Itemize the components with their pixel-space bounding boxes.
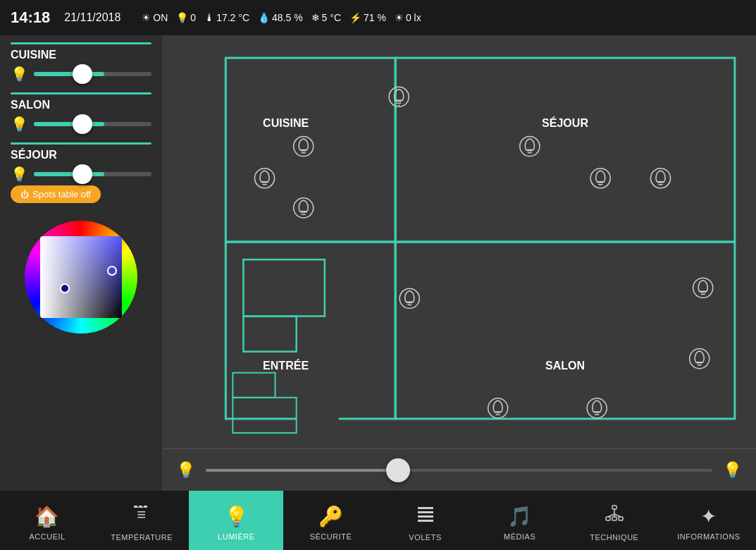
color-cursor-top xyxy=(107,266,117,276)
svg-text:SALON: SALON xyxy=(545,359,585,372)
nav-volets[interactable]: VOLETS xyxy=(378,491,473,550)
bulb-4[interactable] xyxy=(294,198,314,218)
header: 14:18 21/11/2018 ☀ ON 💡 0 🌡 17.2 °C 💧 48… xyxy=(0,0,756,35)
bulb-12[interactable] xyxy=(587,398,607,418)
svg-rect-62 xyxy=(606,517,610,520)
sun-icon: ☀ xyxy=(142,12,151,23)
svg-rect-1 xyxy=(395,58,735,242)
nav-lumiere[interactable]: 💡 LUMIÈRE xyxy=(189,491,283,550)
salon-slider[interactable] xyxy=(34,122,151,126)
navbar: 🏠 ACCUEIL ≡ TEMPÉRATURE 💡 LUMIÈRE 🔑 SÉCU… xyxy=(0,491,756,550)
svg-rect-59 xyxy=(418,515,433,518)
lightning-icon: ⚡ xyxy=(349,12,361,23)
salon-divider xyxy=(11,92,151,94)
shutters-icon xyxy=(416,504,435,529)
color-wheel[interactable] xyxy=(25,221,137,334)
dim-bulb-icon: 💡 xyxy=(176,461,195,479)
svg-rect-48 xyxy=(233,398,296,433)
svg-rect-60 xyxy=(418,520,433,522)
bulb-2[interactable] xyxy=(294,136,314,156)
cuisine-section: CUISINE 💡 xyxy=(11,42,151,85)
svg-rect-5 xyxy=(243,316,296,351)
svg-rect-49 xyxy=(233,373,275,398)
sensor-bar: ☀ ON 💡 0 🌡 17.2 °C 💧 48.5 % ❄ 5 °C ⚡ 71 … xyxy=(142,12,421,23)
salon-section: SALON 💡 xyxy=(11,92,151,135)
sensor-cold: ❄ 5 °C xyxy=(311,12,341,23)
bright-bulb-icon: 💡 xyxy=(723,461,742,479)
svg-rect-61 xyxy=(612,506,616,509)
power-icon: ⏻ xyxy=(20,190,29,200)
sejour-section: SÉJOUR 💡 ⏻ Spots table off xyxy=(11,142,151,203)
color-square[interactable] xyxy=(40,236,122,318)
sensor-temperature: 🌡 17.2 °C xyxy=(204,12,249,23)
sensor-lux: ☀ 0 lx xyxy=(395,12,421,23)
bulb-10[interactable] xyxy=(690,349,709,369)
svg-rect-2 xyxy=(225,242,395,419)
salon-slider-row: 💡 xyxy=(11,116,151,133)
floorplan-svg: CUISINE SÉJOUR ENTRÉE SALON xyxy=(162,35,756,448)
sejour-slider-row: 💡 xyxy=(11,166,151,183)
svg-text:SÉJOUR: SÉJOUR xyxy=(542,116,588,129)
cuisine-slider[interactable] xyxy=(34,72,151,76)
sensor-power: ⚡ 71 % xyxy=(349,12,386,23)
nav-securite[interactable]: 🔑 SÉCURITÉ xyxy=(283,491,378,550)
snowflake-icon: ❄ xyxy=(311,12,320,23)
cuisine-divider xyxy=(11,42,151,44)
nav-technique[interactable]: TECHNIQUE xyxy=(567,491,662,550)
temperature-icon: ≡ xyxy=(132,504,151,529)
svg-rect-58 xyxy=(418,511,433,513)
svg-rect-3 xyxy=(395,242,735,419)
cuisine-bulb-icon: 💡 xyxy=(11,66,28,82)
floorplan: CUISINE SÉJOUR ENTRÉE SALON xyxy=(162,35,756,448)
salon-label: SALON xyxy=(11,99,151,111)
bulb-9[interactable] xyxy=(399,288,419,308)
key-icon: 🔑 xyxy=(318,505,344,528)
sensor-humidity: 💧 48.5 % xyxy=(258,12,303,23)
sejour-divider xyxy=(11,142,151,145)
salon-bulb-icon: 💡 xyxy=(11,116,28,133)
svg-rect-4 xyxy=(243,259,324,316)
svg-rect-51 xyxy=(135,506,136,508)
bulb-icon: 💡 xyxy=(176,12,188,23)
svg-rect-64 xyxy=(619,517,623,520)
home-icon: 🏠 xyxy=(35,505,60,528)
bulb-3[interactable] xyxy=(254,169,274,188)
network-icon xyxy=(605,504,624,529)
drop-icon: 💧 xyxy=(258,12,270,23)
spots-table-button[interactable]: ⏻ Spots table off xyxy=(11,185,101,203)
light-icon: 💡 xyxy=(224,505,249,528)
music-icon: 🎵 xyxy=(507,505,533,528)
color-picker[interactable] xyxy=(11,221,151,334)
sejour-bulb-icon: 💡 xyxy=(11,166,28,183)
bulb-5[interactable] xyxy=(520,136,540,156)
nav-temperature[interactable]: ≡ TEMPÉRATURE xyxy=(94,491,189,550)
brightness-slider-area: 💡 💡 xyxy=(162,448,756,491)
thermometer-icon: 🌡 xyxy=(204,12,214,23)
sejour-slider[interactable] xyxy=(34,172,151,176)
date: 21/11/2018 xyxy=(64,11,120,24)
info-icon: ✦ xyxy=(700,505,717,528)
bulb-11[interactable] xyxy=(488,398,508,418)
nav-informations[interactable]: ✦ INFORMATIONS xyxy=(662,491,756,550)
color-wheel-wrapper[interactable] xyxy=(25,221,137,334)
sensor-bulb-count: 💡 0 xyxy=(176,12,196,23)
brightness-slider[interactable] xyxy=(206,469,712,472)
clock: 14:18 xyxy=(11,8,50,27)
svg-rect-63 xyxy=(612,517,616,520)
svg-text:≡: ≡ xyxy=(137,506,147,523)
bulb-6[interactable] xyxy=(590,169,610,188)
svg-rect-57 xyxy=(418,507,433,509)
color-cursor-bottom xyxy=(60,283,70,293)
svg-text:CUISINE: CUISINE xyxy=(263,116,309,129)
bulb-8[interactable] xyxy=(693,278,713,298)
sejour-label: SÉJOUR xyxy=(11,149,151,161)
brightness-icon: ☀ xyxy=(395,12,404,23)
cuisine-slider-row: 💡 xyxy=(11,66,151,82)
nav-medias[interactable]: 🎵 MÉDIAS xyxy=(473,491,567,550)
bulb-1[interactable] xyxy=(389,87,409,106)
svg-text:ENTRÉE: ENTRÉE xyxy=(263,359,309,372)
bulb-7[interactable] xyxy=(650,169,670,188)
nav-accueil[interactable]: 🏠 ACCUEIL xyxy=(0,491,94,550)
cuisine-label: CUISINE xyxy=(11,49,151,61)
left-panel: CUISINE 💡 SALON 💡 xyxy=(0,35,162,491)
